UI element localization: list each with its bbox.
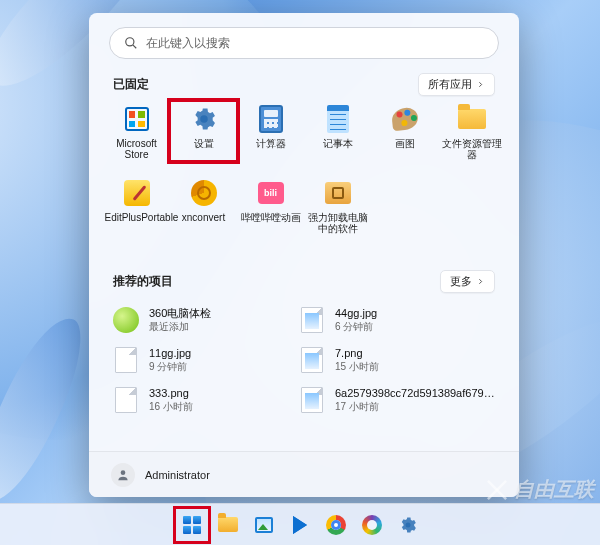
picture-icon [255, 517, 273, 533]
taskbar-settings[interactable] [394, 511, 422, 539]
item-sub: 9 分钟前 [149, 360, 191, 373]
more-button[interactable]: 更多 [440, 270, 495, 293]
editplus-icon [124, 180, 150, 206]
tile-calculator[interactable]: 计算器 [237, 104, 304, 166]
user-avatar[interactable] [111, 463, 135, 487]
item-name: 44gg.jpg [335, 307, 377, 320]
notepad-icon [327, 105, 349, 133]
taskbar-photos[interactable] [250, 511, 278, 539]
tile-label: 强力卸载电脑中的软件 [306, 212, 370, 234]
image-file-icon [301, 307, 323, 333]
svg-point-0 [126, 38, 134, 46]
store-icon [125, 107, 149, 131]
taskbar [0, 503, 600, 545]
tile-xnconvert[interactable]: xnconvert [170, 178, 237, 240]
tile-label: Microsoft Store [105, 138, 169, 160]
windows-icon [183, 516, 201, 534]
tile-label: 哔嘡哔嘡动画 [241, 212, 301, 223]
tile-label: 文件资源管理器 [440, 138, 504, 160]
item-name: 6a2579398cc72d591389af679703f3... [335, 387, 495, 400]
pinned-grid: Microsoft Store 设置 计算器 记事本 画图 文件资源管理器 Ed… [89, 102, 519, 240]
item-name: 360电脑体检 [149, 307, 211, 320]
search-row: 在此键入以搜索 [89, 13, 519, 69]
svg-line-1 [133, 45, 136, 48]
recommended-item[interactable]: 333.png16 小时前 [113, 387, 275, 413]
tile-uninstaller[interactable]: 强力卸载电脑中的软件 [304, 178, 371, 240]
pinned-header: 已固定 所有应用 [89, 69, 519, 102]
item-sub: 最近添加 [149, 320, 211, 333]
tile-notepad[interactable]: 记事本 [304, 104, 371, 166]
recommended-item[interactable]: 6a2579398cc72d591389af679703f3...17 小时前 [299, 387, 495, 413]
tile-microsoft-store[interactable]: Microsoft Store [103, 104, 170, 166]
item-sub: 6 分钟前 [335, 320, 377, 333]
search-input[interactable]: 在此键入以搜索 [109, 27, 499, 59]
recommended-item[interactable]: 7.png15 小时前 [299, 347, 495, 373]
tile-settings[interactable]: 设置 [170, 104, 237, 166]
taskbar-media-player[interactable] [286, 511, 314, 539]
pinned-title: 已固定 [113, 76, 149, 93]
wheel-icon [362, 515, 382, 535]
tile-label: EditPlusPortable [105, 212, 169, 223]
user-name[interactable]: Administrator [145, 469, 210, 481]
tile-label: 记事本 [323, 138, 353, 149]
more-label: 更多 [450, 274, 472, 289]
item-name: 7.png [335, 347, 379, 360]
image-file-icon [301, 347, 323, 373]
paint-icon [390, 107, 418, 132]
recommended-header: 推荐的项目 更多 [89, 266, 519, 299]
watermark: 自由互联 [484, 476, 594, 503]
uninstaller-icon [325, 182, 351, 204]
tile-file-explorer[interactable]: 文件资源管理器 [438, 104, 505, 166]
item-sub: 17 小时前 [335, 400, 495, 413]
gear-icon [189, 104, 219, 134]
tile-editplus[interactable]: EditPlusPortable [103, 178, 170, 240]
watermark-icon [484, 477, 510, 503]
calculator-icon [259, 105, 283, 133]
tile-paint[interactable]: 画图 [371, 104, 438, 166]
file-icon [115, 387, 137, 413]
search-icon [124, 36, 138, 50]
tile-label: 计算器 [256, 138, 286, 149]
folder-icon [458, 109, 486, 129]
tile-label: xnconvert [182, 212, 225, 223]
chevron-right-icon [476, 80, 485, 89]
item-name: 333.png [149, 387, 193, 400]
tile-label: 画图 [395, 138, 415, 149]
all-apps-button[interactable]: 所有应用 [418, 73, 495, 96]
recommended-item[interactable]: 44gg.jpg6 分钟前 [299, 307, 495, 333]
recommended-item[interactable]: 360电脑体检最近添加 [113, 307, 275, 333]
taskbar-start-button[interactable] [178, 511, 206, 539]
tile-bilibili[interactable]: bili 哔嘡哔嘡动画 [237, 178, 304, 240]
image-file-icon [301, 387, 323, 413]
chrome-icon [326, 515, 346, 535]
taskbar-chrome[interactable] [322, 511, 350, 539]
xnconvert-icon [191, 180, 217, 206]
item-name: 11gg.jpg [149, 347, 191, 360]
item-sub: 15 小时前 [335, 360, 379, 373]
recommended-list: 360电脑体检最近添加 44gg.jpg6 分钟前 11gg.jpg9 分钟前 … [89, 299, 519, 417]
watermark-text: 自由互联 [514, 476, 594, 503]
bilibili-icon: bili [258, 182, 284, 204]
svg-point-3 [121, 470, 126, 475]
start-menu-footer: Administrator [89, 451, 519, 497]
folder-icon [218, 517, 238, 532]
all-apps-label: 所有应用 [428, 77, 472, 92]
app-icon [113, 307, 139, 333]
recommended-item[interactable]: 11gg.jpg9 分钟前 [113, 347, 275, 373]
file-icon [115, 347, 137, 373]
start-menu: 在此键入以搜索 已固定 所有应用 Microsoft Store 设置 计算器 … [89, 13, 519, 497]
person-icon [116, 468, 130, 482]
recommended-title: 推荐的项目 [113, 273, 173, 290]
search-placeholder: 在此键入以搜索 [146, 35, 230, 52]
gear-icon [398, 515, 418, 535]
play-icon [293, 516, 307, 534]
taskbar-explorer[interactable] [214, 511, 242, 539]
chevron-right-icon [476, 277, 485, 286]
item-sub: 16 小时前 [149, 400, 193, 413]
taskbar-app-wheel[interactable] [358, 511, 386, 539]
tile-label: 设置 [194, 138, 214, 149]
